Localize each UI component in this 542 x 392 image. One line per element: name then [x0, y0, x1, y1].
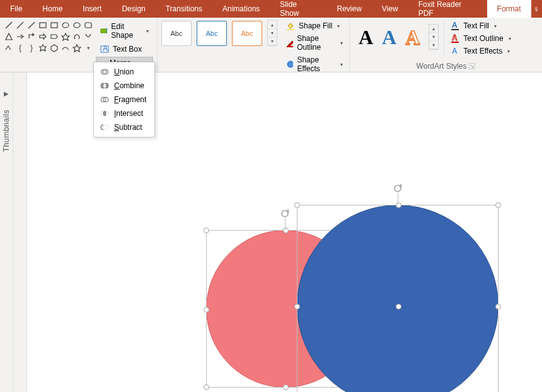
merge-combine[interactable]: Combine [95, 79, 153, 93]
dropdown-caret-icon: ▾ [146, 28, 149, 34]
svg-marker-12 [40, 45, 46, 51]
shape-style-gallery[interactable]: Abc Abc Abc ▴▾▾ [161, 20, 277, 46]
resize-handle[interactable] [396, 202, 401, 208]
tab-home[interactable]: Home [32, 0, 72, 18]
effects-icon [286, 60, 293, 69]
resize-handle[interactable] [294, 304, 300, 309]
wordart-gallery[interactable]: A A A ▴▾▾ [354, 20, 444, 52]
resize-handle[interactable] [204, 307, 209, 313]
resize-handle[interactable] [495, 202, 501, 208]
text-effects-label: Text Effects [463, 47, 502, 55]
tab-animations[interactable]: Animations [212, 0, 270, 18]
shape-style-1[interactable]: Abc [161, 21, 192, 46]
shapes-gallery[interactable]: { } ▾ [4, 20, 93, 78]
tab-view[interactable]: View [372, 0, 408, 18]
svg-point-23 [287, 61, 293, 67]
edit-shape-button[interactable]: Edit Shape▾ [96, 20, 153, 42]
subtract-icon [100, 123, 109, 132]
text-box-icon: A [100, 45, 109, 54]
shape-format-col: Shape Fill▾ Shape Outline▾ Shape Effects… [280, 20, 345, 74]
wordart-style-2[interactable]: A [382, 27, 396, 47]
svg-text:A: A [452, 21, 458, 30]
resize-handle[interactable] [204, 228, 209, 233]
shape-outline-button[interactable]: Shape Outline▾ [284, 33, 345, 53]
text-outline-label: Text Outline [463, 34, 503, 43]
svg-point-38 [103, 112, 106, 116]
resize-handle[interactable] [294, 202, 300, 208]
resize-handle[interactable] [283, 384, 289, 390]
text-box-label: Text Box [113, 45, 142, 54]
shape-style-2[interactable]: Abc [197, 21, 227, 46]
thumbnails-gutter [13, 72, 27, 392]
shape-effects-button[interactable]: Shape Effects▾ [284, 54, 345, 74]
edit-shape-icon [100, 26, 107, 35]
tab-design[interactable]: Design [112, 0, 155, 18]
text-fill-label: Text Fill [463, 21, 489, 30]
tab-format[interactable]: Format [487, 0, 531, 18]
resize-handle[interactable] [495, 304, 501, 309]
svg-rect-3 [40, 23, 46, 28]
wordart-gallery-nav[interactable]: ▴▾▾ [429, 24, 439, 50]
svg-rect-22 [287, 46, 293, 47]
group-shape-styles: Abc Abc Abc ▴▾▾ Shape Fill▾ Shape Outlin… [158, 18, 350, 72]
text-fill-button[interactable]: A Text Fill▾ [448, 20, 513, 32]
text-outline-button[interactable]: A Text Outline▾ [448, 33, 513, 44]
svg-point-5 [62, 23, 69, 28]
bucket-icon [286, 21, 295, 30]
merge-shapes-menu: Union Combine Fragment Intersect Subtrac… [93, 62, 155, 137]
rotate-stem [398, 193, 398, 205]
tab-file[interactable]: File [0, 0, 32, 18]
wordart-style-1[interactable]: A [359, 27, 373, 47]
dropdown-caret-icon: ▾ [507, 49, 510, 54]
tab-review[interactable]: Review [326, 0, 371, 18]
svg-marker-8 [6, 33, 12, 40]
text-effects-button[interactable]: A Text Effects▾ [448, 45, 513, 57]
svg-marker-13 [51, 45, 57, 52]
merge-union[interactable]: Union [95, 65, 153, 79]
fragment-icon [100, 95, 109, 104]
pen-icon [286, 38, 293, 47]
text-box-button[interactable]: A Text Box [96, 43, 153, 55]
tab-slideshow[interactable]: Slide Show [270, 0, 326, 18]
tab-transitions[interactable]: Transitions [156, 0, 212, 18]
dropdown-caret-icon: ▾ [494, 23, 497, 29]
style-gallery-nav[interactable]: ▴▾▾ [267, 20, 277, 46]
shape-effects-label: Shape Effects [297, 55, 335, 73]
shape-fill-button[interactable]: Shape Fill▾ [284, 20, 345, 32]
svg-point-39 [103, 125, 108, 130]
wordart-style-3[interactable]: A [405, 27, 420, 47]
text-effects-icon: A [451, 47, 459, 55]
thumbnails-rail[interactable]: ▶ Thumbnails [0, 72, 13, 392]
expand-thumbnails-icon[interactable]: ▶ [4, 90, 9, 97]
svg-rect-15 [101, 29, 106, 33]
tell-me-icon[interactable]: ♀ [531, 0, 542, 18]
tab-foxit[interactable]: Foxit Reader PDF [408, 0, 487, 18]
tab-insert[interactable]: Insert [72, 0, 112, 18]
svg-rect-21 [287, 29, 294, 30]
svg-marker-16 [107, 28, 107, 33]
shape-style-3[interactable]: Abc [232, 21, 262, 46]
svg-point-33 [103, 84, 106, 88]
edit-shape-label: Edit Shape [111, 22, 141, 40]
group-label-wordart-styles: WordArt Styles↘ [354, 61, 538, 71]
merge-intersect[interactable]: Intersect [95, 107, 153, 120]
shape-outline-label: Shape Outline [297, 34, 335, 52]
svg-text:A: A [452, 34, 458, 42]
text-format-col: A Text Fill▾ A Text Outline▾ A Text Effe… [444, 20, 516, 57]
resize-handle[interactable] [396, 304, 401, 309]
svg-rect-7 [85, 23, 91, 28]
selection-blue [297, 205, 499, 392]
svg-rect-4 [51, 23, 57, 28]
ribbon-tabbar: File Home Insert Design Transitions Anim… [0, 0, 542, 18]
merge-subtract[interactable]: Subtract [95, 120, 153, 134]
resize-handle[interactable] [283, 228, 289, 233]
rotate-handle[interactable] [280, 209, 290, 219]
dialog-launcher-icon[interactable]: ↘ [469, 63, 475, 69]
merge-fragment[interactable]: Fragment [95, 93, 153, 107]
rotate-handle[interactable] [393, 183, 403, 193]
svg-marker-9 [40, 34, 46, 39]
resize-handle[interactable] [204, 384, 209, 390]
union-icon [100, 67, 109, 76]
svg-text:A: A [103, 45, 108, 53]
combine-icon [100, 81, 109, 90]
